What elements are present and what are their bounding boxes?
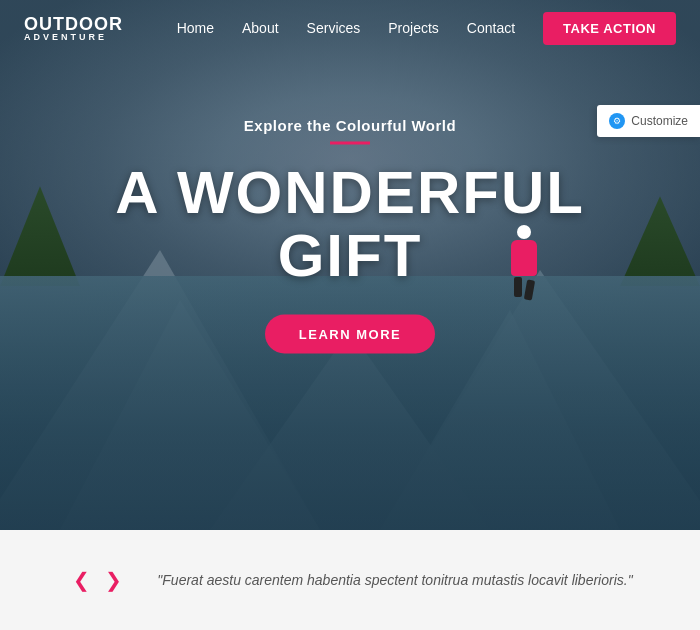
forest-right: [620, 196, 700, 286]
nav-item-contact[interactable]: Contact: [467, 19, 515, 37]
nav-link-contact[interactable]: Contact: [467, 20, 515, 36]
customizer-tab[interactable]: ⚙ Customize: [597, 105, 700, 137]
logo-main: OUTDOOR: [24, 15, 123, 33]
nav-item-services[interactable]: Services: [307, 19, 361, 37]
nav-cta-button[interactable]: TAKE ACTION: [543, 12, 676, 45]
logo-sub: ADVENTURE: [24, 33, 123, 42]
prev-arrow-icon[interactable]: ❮: [67, 566, 95, 594]
hero-title: A WONDERFUL GIFT: [100, 161, 600, 287]
nav-link-home[interactable]: Home: [177, 20, 214, 36]
nav-links: Home About Services Projects Contact TAK…: [177, 19, 676, 37]
next-arrow-icon[interactable]: ❯: [99, 566, 127, 594]
logo: OUTDOOR ADVENTURE: [24, 15, 123, 42]
customizer-icon: ⚙: [609, 113, 625, 129]
nav-item-about[interactable]: About: [242, 19, 279, 37]
quote-arrows: ❮ ❯: [67, 566, 127, 594]
hero-section: OUTDOOR ADVENTURE Home About Services Pr…: [0, 0, 700, 530]
forest-left: [0, 186, 80, 286]
navbar: OUTDOOR ADVENTURE Home About Services Pr…: [0, 0, 700, 56]
hero-divider: [330, 142, 370, 145]
nav-link-about[interactable]: About: [242, 20, 279, 36]
nav-link-projects[interactable]: Projects: [388, 20, 439, 36]
hero-learn-more-button[interactable]: LEARN MORE: [265, 315, 435, 354]
nav-item-cta[interactable]: TAKE ACTION: [543, 19, 676, 37]
nav-item-projects[interactable]: Projects: [388, 19, 439, 37]
hero-title-line2: GIFT: [278, 222, 423, 289]
hero-content: Explore the Colourful World A WONDERFUL …: [100, 117, 600, 354]
quote-section: ❮ ❯ "Fuerat aestu carentem habentia spec…: [0, 530, 700, 630]
customizer-label: Customize: [631, 114, 688, 128]
nav-link-services[interactable]: Services: [307, 20, 361, 36]
nav-item-home[interactable]: Home: [177, 19, 214, 37]
hero-subtitle: Explore the Colourful World: [100, 117, 600, 134]
quote-text: "Fuerat aestu carentem habentia spectent…: [157, 569, 632, 591]
hero-title-line1: A WONDERFUL: [115, 159, 585, 226]
